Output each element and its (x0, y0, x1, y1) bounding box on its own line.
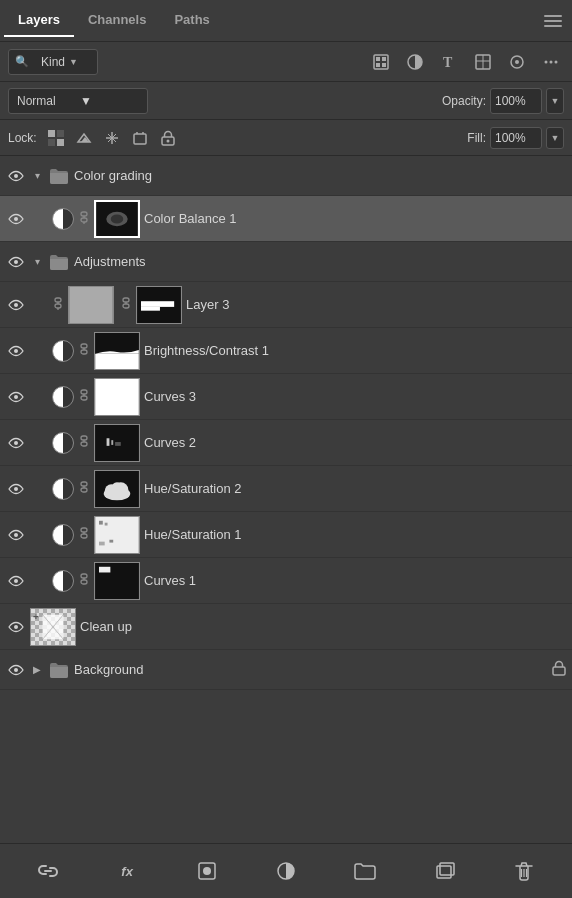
filter-smart-button[interactable] (504, 49, 530, 75)
svg-point-29 (14, 217, 18, 221)
chain-icon (78, 211, 90, 227)
visibility-toggle[interactable] (6, 252, 26, 272)
svg-rect-49 (141, 306, 160, 310)
new-adjustment-button[interactable] (270, 855, 302, 887)
visibility-toggle[interactable] (6, 660, 26, 680)
svg-rect-55 (95, 353, 139, 368)
new-layer-button[interactable] (429, 855, 461, 887)
layer-thumbnail (94, 516, 140, 554)
fill-label: Fill: (467, 131, 486, 145)
svg-rect-84 (105, 522, 108, 525)
svg-rect-18 (57, 139, 64, 146)
layer-row[interactable]: Color Balance 1 (0, 196, 572, 242)
tab-layers[interactable]: Layers (4, 4, 74, 37)
layer-thumbnail (94, 470, 140, 508)
adjustment-icon (52, 524, 74, 546)
kind-select[interactable]: 🔍 Kind ▼ (8, 49, 98, 75)
svg-point-101 (203, 867, 211, 875)
visibility-toggle[interactable] (6, 525, 26, 545)
chain-icon (52, 297, 64, 313)
opacity-label: Opacity: (442, 94, 486, 108)
tab-channels[interactable]: Channels (74, 4, 161, 37)
svg-rect-1 (376, 57, 380, 61)
tab-paths[interactable]: Paths (160, 4, 223, 37)
svg-point-28 (14, 174, 18, 178)
svg-rect-88 (81, 574, 87, 578)
collapse-arrow[interactable]: ▶ (30, 663, 44, 677)
svg-point-11 (515, 60, 519, 64)
layer-row[interactable]: Brightness/Contrast 1 (0, 328, 572, 374)
opacity-group: Opacity: 100% ▼ (442, 88, 564, 114)
lock-artboard-button[interactable] (129, 127, 151, 149)
chain-icon (78, 481, 90, 497)
layer-name: Curves 1 (144, 573, 566, 588)
layer-row[interactable]: ▶ Background (0, 650, 572, 690)
svg-point-27 (166, 139, 169, 142)
layer-name: Layer 3 (186, 297, 566, 312)
visibility-toggle[interactable] (6, 617, 26, 637)
lock-all-button[interactable] (157, 127, 179, 149)
svg-text:T: T (443, 55, 453, 70)
visibility-toggle[interactable] (6, 433, 26, 453)
layer-thumbnail (94, 332, 140, 370)
layer-effects-button[interactable]: fx (111, 855, 143, 887)
svg-rect-23 (134, 134, 146, 144)
visibility-toggle[interactable] (6, 341, 26, 361)
visibility-toggle[interactable] (6, 387, 26, 407)
svg-rect-16 (57, 130, 64, 137)
visibility-toggle[interactable] (6, 571, 26, 591)
visibility-toggle[interactable] (6, 295, 26, 315)
blend-mode-chevron: ▼ (80, 94, 139, 108)
svg-point-13 (550, 60, 553, 63)
layer-name: Curves 2 (144, 435, 566, 450)
layer-row[interactable]: Hue/Saturation 1 (0, 512, 572, 558)
fill-chevron[interactable]: ▼ (546, 127, 564, 149)
opacity-chevron[interactable]: ▼ (546, 88, 564, 114)
lock-transparent-button[interactable] (45, 127, 67, 149)
svg-rect-52 (81, 350, 87, 354)
delete-layer-button[interactable] (508, 855, 540, 887)
layer-row[interactable]: Layer 3 (0, 282, 572, 328)
visibility-toggle[interactable] (6, 209, 26, 229)
new-group-button[interactable] (349, 855, 381, 887)
layer-name: Clean up (80, 619, 566, 634)
adjustment-icon (52, 432, 74, 454)
layers-list: ▾ Color grading (0, 156, 572, 843)
layer-row[interactable]: Curves 2 (0, 420, 572, 466)
chain-icon (78, 573, 90, 589)
chain-icon (78, 389, 90, 405)
layer-row[interactable]: ▾ Adjustments (0, 242, 572, 282)
add-mask-button[interactable] (191, 855, 223, 887)
layer-row[interactable]: Curves 1 (0, 558, 572, 604)
layer-row[interactable]: ▾ Color grading (0, 156, 572, 196)
filter-more-button[interactable] (538, 49, 564, 75)
lock-position-button[interactable] (101, 127, 123, 149)
opacity-input[interactable]: 100% (490, 88, 542, 114)
filter-bar: 🔍 Kind ▼ T (0, 42, 572, 82)
collapse-arrow[interactable]: ▾ (30, 169, 44, 183)
svg-point-77 (111, 482, 122, 493)
filter-pixel-button[interactable] (368, 49, 394, 75)
visibility-toggle[interactable] (6, 479, 26, 499)
panel-menu-icon[interactable] (538, 9, 568, 33)
collapse-arrow[interactable]: ▾ (30, 255, 44, 269)
filter-shape-button[interactable] (470, 49, 496, 75)
fill-group: Fill: 100% ▼ (467, 127, 564, 149)
svg-rect-71 (81, 488, 87, 492)
fill-input[interactable]: 100% (490, 127, 542, 149)
layer-row[interactable]: Hue/Saturation 2 (0, 466, 572, 512)
adjustment-icon (52, 208, 74, 230)
svg-rect-98 (553, 667, 565, 675)
svg-point-97 (14, 668, 18, 672)
filter-text-button[interactable]: T (436, 49, 462, 75)
link-layers-button[interactable] (32, 855, 64, 887)
layer-row[interactable]: + Clean up (0, 604, 572, 650)
blend-mode-select[interactable]: Normal ▼ (8, 88, 148, 114)
layer-name: Hue/Saturation 2 (144, 481, 566, 496)
layer-lock-icon (552, 660, 566, 679)
filter-adjustment-button[interactable] (402, 49, 428, 75)
filter-icons: T (104, 49, 564, 75)
layer-row[interactable]: Curves 3 (0, 374, 572, 420)
lock-pixels-button[interactable] (73, 127, 95, 149)
visibility-toggle[interactable] (6, 166, 26, 186)
